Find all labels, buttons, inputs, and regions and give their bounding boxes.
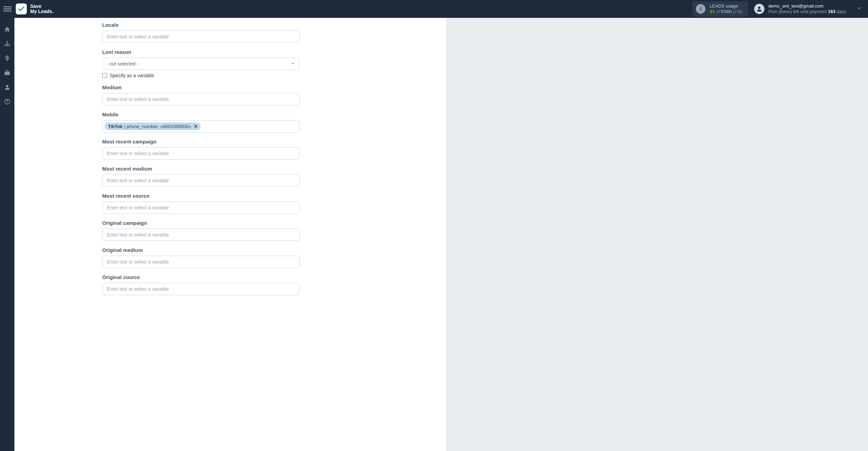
label-original-medium: Original medium <box>102 247 300 253</box>
brand-logo[interactable]: Save My Leads. <box>16 3 53 14</box>
main: Locale Lost reason - not selected - Spec… <box>14 18 868 451</box>
svg-point-8 <box>7 103 8 103</box>
svg-rect-3 <box>7 45 8 46</box>
plan-days: 163 <box>828 9 835 14</box>
input-locale[interactable] <box>102 31 300 43</box>
nav-account[interactable] <box>3 83 11 91</box>
field-original-medium: Original medium <box>102 247 300 268</box>
label-most-recent-source: Most recent source <box>102 193 300 199</box>
account-email: demo_sml_test@gmail.com <box>769 3 846 9</box>
field-most-recent-source: Most recent source <box>102 193 300 214</box>
chip-source: TikTok <box>108 124 122 129</box>
nav-connections[interactable] <box>3 40 11 48</box>
select-lost-reason-value: - not selected - <box>107 61 139 67</box>
input-original-medium[interactable] <box>102 256 300 268</box>
brand-text: Save My Leads. <box>30 4 53 14</box>
input-most-recent-source[interactable] <box>102 201 300 214</box>
chip-remove-icon[interactable]: ✕ <box>194 124 198 129</box>
content-panel: Locale Lost reason - not selected - Spec… <box>14 18 446 451</box>
form-column: Locale Lost reason - not selected - Spec… <box>102 22 300 295</box>
checkbox-specify-variable[interactable] <box>102 73 107 78</box>
logo-mark-icon <box>16 3 27 14</box>
chip-value: «8001000000» <box>160 124 191 129</box>
usage-text: LEADS usage: 31 of 5'000 (1%) <box>710 3 742 15</box>
label-medium: Medium <box>102 84 300 90</box>
svg-point-6 <box>6 85 9 87</box>
avatar-icon <box>754 4 764 14</box>
input-mobile[interactable]: TikTok | phone_number: «8001000000» ✕ <box>102 120 300 132</box>
topbar: Save My Leads. i LEADS usage: 31 of 5'00… <box>0 0 868 18</box>
field-original-campaign: Original campaign <box>102 220 300 241</box>
field-original-source: Original source <box>102 274 300 295</box>
label-original-source: Original source <box>102 274 300 280</box>
field-medium: Medium <box>102 84 300 105</box>
usage-pct: (1%) <box>733 9 742 14</box>
svg-point-0 <box>758 7 760 9</box>
label-most-recent-medium: Most recent medium <box>102 166 300 172</box>
svg-rect-1 <box>7 41 8 42</box>
brand-line2: My Leads. <box>30 9 53 14</box>
nav-home[interactable] <box>3 25 11 34</box>
svg-rect-4 <box>9 45 10 46</box>
account-plan: Plan |Basic| left until payment 163 days <box>769 9 846 14</box>
nav-billing[interactable] <box>3 54 11 62</box>
usage-of: of <box>716 9 720 14</box>
input-most-recent-medium[interactable] <box>102 174 300 187</box>
field-lost-reason: Lost reason - not selected - Specify as … <box>102 49 300 78</box>
label-locale: Locale <box>102 22 300 28</box>
plan-days-suffix: days <box>835 9 846 14</box>
chip-field: phone_number: <box>127 124 159 129</box>
usage-title: LEADS usage: <box>710 3 742 9</box>
label-original-campaign: Original campaign <box>102 220 300 226</box>
label-mobile: Mobile <box>102 112 300 117</box>
usage-values: 31 of 5'000 (1%) <box>710 9 742 14</box>
chevron-down-icon <box>856 5 862 12</box>
chip-mobile-value: TikTok | phone_number: «8001000000» ✕ <box>105 123 201 130</box>
usage-used: 31 <box>710 9 714 14</box>
select-lost-reason[interactable]: - not selected - <box>102 58 300 70</box>
sidebar <box>0 18 14 451</box>
checkbox-specify-variable-row: Specify as a variable <box>102 73 300 78</box>
usage-pill[interactable]: i LEADS usage: 31 of 5'000 (1%) <box>692 1 748 17</box>
field-most-recent-campaign: Most recent campaign <box>102 139 300 160</box>
field-most-recent-medium: Most recent medium <box>102 166 300 187</box>
input-medium[interactable] <box>102 93 300 105</box>
field-mobile: Mobile TikTok | phone_number: «800100000… <box>102 112 300 132</box>
svg-rect-2 <box>5 45 6 46</box>
chevron-down-icon <box>290 61 295 67</box>
plan-name: Basic <box>780 9 791 14</box>
usage-total: 5'000 <box>721 9 732 14</box>
input-original-campaign[interactable] <box>102 229 300 241</box>
nav-help[interactable] <box>3 97 11 106</box>
plan-mid: | left until payment <box>790 9 828 14</box>
brand-line1: Save <box>30 4 53 9</box>
input-most-recent-campaign[interactable] <box>102 147 300 160</box>
chip-sep: | <box>124 124 125 129</box>
field-locale: Locale <box>102 22 300 43</box>
svg-rect-5 <box>5 72 10 75</box>
checkbox-specify-variable-label: Specify as a variable <box>110 73 154 78</box>
info-icon: i <box>696 4 705 14</box>
label-most-recent-campaign: Most recent campaign <box>102 139 300 144</box>
account-menu[interactable]: demo_sml_test@gmail.com Plan |Basic| lef… <box>754 3 862 15</box>
plan-prefix: Plan | <box>769 9 780 14</box>
input-original-source[interactable] <box>102 283 300 295</box>
account-text: demo_sml_test@gmail.com Plan |Basic| lef… <box>769 3 846 15</box>
label-lost-reason: Lost reason <box>102 49 300 55</box>
menu-toggle-button[interactable] <box>3 5 12 13</box>
nav-briefcase[interactable] <box>3 69 11 77</box>
